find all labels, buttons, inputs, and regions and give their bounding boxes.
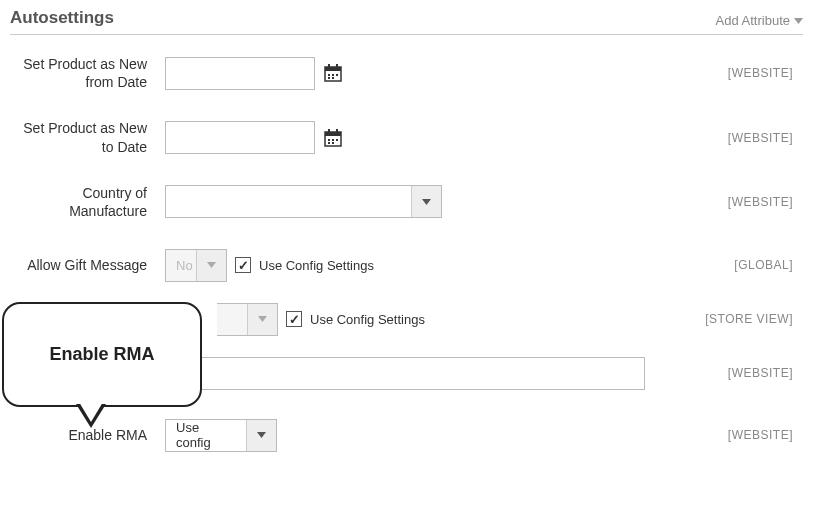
select-gift-value: No: [166, 250, 196, 281]
input-new-to-date[interactable]: [165, 121, 315, 154]
svg-marker-22: [257, 432, 266, 438]
checkbox-hidden-use-config[interactable]: ✓: [286, 311, 302, 327]
svg-rect-12: [328, 129, 330, 133]
scope-label: [WEBSITE]: [693, 195, 803, 209]
svg-rect-5: [328, 74, 330, 76]
svg-rect-17: [328, 142, 330, 144]
scope-label: [STORE VIEW]: [693, 312, 803, 326]
svg-rect-11: [325, 132, 341, 136]
svg-rect-7: [336, 74, 338, 76]
svg-rect-15: [332, 139, 334, 141]
label-enable-rma: Enable RMA: [10, 426, 165, 444]
tooltip-tail-icon: [76, 404, 106, 428]
select-hidden-value: [217, 304, 247, 335]
select-gift-message: No: [165, 249, 227, 282]
dropdown-toggle[interactable]: [411, 186, 441, 217]
calendar-icon[interactable]: [323, 63, 343, 83]
svg-marker-0: [794, 18, 803, 24]
svg-rect-6: [332, 74, 334, 76]
calendar-icon[interactable]: [323, 128, 343, 148]
svg-rect-8: [328, 77, 330, 79]
tooltip-enable-rma: Enable RMA: [2, 302, 202, 407]
select-enable-rma[interactable]: Use config: [165, 419, 277, 452]
scope-label: [WEBSITE]: [693, 428, 803, 442]
checkbox-label: Use Config Settings: [259, 258, 374, 273]
svg-marker-20: [207, 262, 216, 268]
label-country: Country of Manufacture: [10, 184, 165, 220]
svg-rect-13: [336, 129, 338, 133]
label-new-from-date: Set Product as New from Date: [10, 55, 165, 91]
caret-down-icon: [794, 18, 803, 24]
dropdown-toggle[interactable]: [246, 420, 276, 451]
svg-rect-16: [336, 139, 338, 141]
svg-rect-3: [328, 64, 330, 68]
svg-rect-14: [328, 139, 330, 141]
svg-marker-21: [258, 316, 267, 322]
scope-label: [WEBSITE]: [693, 366, 803, 380]
svg-rect-18: [332, 142, 334, 144]
label-gift-message: Allow Gift Message: [10, 256, 165, 274]
svg-rect-9: [332, 77, 334, 79]
scope-label: [WEBSITE]: [693, 131, 803, 145]
select-rma-value: Use config: [166, 420, 246, 451]
input-wide[interactable]: [165, 357, 645, 390]
dropdown-toggle: [196, 250, 226, 281]
checkbox-gift-use-config[interactable]: ✓: [235, 257, 251, 273]
dropdown-toggle: [247, 304, 277, 335]
svg-rect-4: [336, 64, 338, 68]
select-country-value: [166, 186, 411, 217]
select-country[interactable]: [165, 185, 442, 218]
input-new-from-date[interactable]: [165, 57, 315, 90]
scope-label: [GLOBAL]: [693, 258, 803, 272]
section-title: Autosettings: [10, 8, 114, 28]
select-hidden: [217, 303, 278, 336]
svg-rect-2: [325, 67, 341, 71]
add-attribute-button[interactable]: Add Attribute: [716, 13, 803, 28]
checkbox-label: Use Config Settings: [310, 312, 425, 327]
tooltip-text: Enable RMA: [49, 344, 154, 365]
label-new-to-date: Set Product as New to Date: [10, 119, 165, 155]
svg-marker-19: [422, 199, 431, 205]
add-attribute-label: Add Attribute: [716, 13, 790, 28]
scope-label: [WEBSITE]: [693, 66, 803, 80]
